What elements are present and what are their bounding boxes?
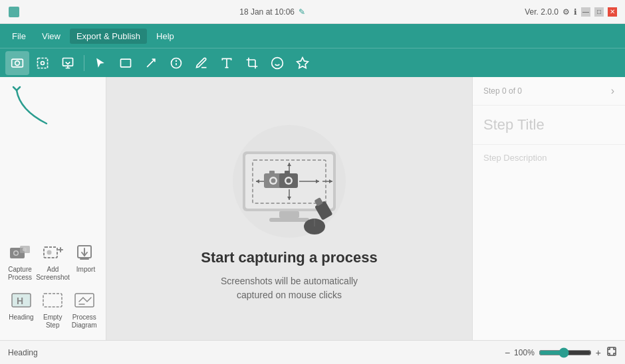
empty-step-icon [42,292,63,311]
heading-label: Heading [9,314,33,321]
svg-point-4 [41,61,45,64]
title-bar-left [8,6,20,18]
title-bar-center: 18 Jan at 10:06 ✎ [239,7,305,17]
text-tool-button[interactable] [215,51,239,75]
zoom-level: 100% [514,348,535,357]
cursor-tool-button[interactable] [88,51,112,75]
zoom-slider[interactable] [539,347,592,358]
import-label: Import [76,266,95,274]
step-next-button[interactable]: › [611,85,614,97]
svg-rect-0 [9,7,19,17]
screenshot-capture-button[interactable] [5,51,29,75]
right-panel: Step 0 of 0 › Step Title Step Descriptio… [472,77,625,340]
step-title-area: Step Title [473,106,625,145]
star-tool-button[interactable] [291,51,314,75]
zoom-minus-button[interactable]: − [505,347,510,358]
empty-state-subtitle: Screenshots will be automaticallycapture… [221,274,358,302]
zoom-plus-button[interactable]: + [596,347,601,358]
svg-point-15 [15,252,18,255]
svg-point-19 [47,250,51,255]
step-header: Step 0 of 0 › [473,77,625,106]
minimize-button[interactable]: — [581,7,590,17]
main-layout: CaptureProcess AddScreenshot [0,77,625,340]
left-panel: CaptureProcess AddScreenshot [0,77,106,340]
svg-point-48 [271,179,276,183]
svg-point-17 [23,248,27,252]
step-description: Step Description [483,153,614,163]
line-tool-button[interactable] [139,51,163,75]
svg-text:H: H [17,296,23,306]
add-screenshot-action[interactable]: AddScreenshot [35,242,71,284]
add-screenshot-label: AddScreenshot [36,266,70,282]
settings-icon[interactable]: ⚙ [562,7,570,17]
title-datetime: 18 Jan at 10:06 [239,7,295,17]
capture-process-label: CaptureProcess [8,266,32,282]
svg-rect-34 [269,218,309,222]
close-button[interactable]: ✕ [608,7,617,17]
empty-state: Start capturing a process Screenshots wi… [201,115,377,302]
version-label: Ver. 2.0.0 [525,7,559,17]
info-tool-button[interactable] [164,51,188,75]
action-row-1: CaptureProcess AddScreenshot [0,239,106,287]
edit-icon[interactable]: ✎ [299,7,305,17]
svg-rect-28 [43,294,62,307]
svg-rect-33 [279,211,299,218]
heading-icon: H [11,292,32,311]
region-capture-button[interactable] [31,51,55,75]
step-title: Step Title [483,116,614,134]
empty-state-illustration [216,115,362,241]
empty-step-action[interactable]: EmptyStep [38,290,67,332]
capture-process-action[interactable]: CaptureProcess [5,242,35,284]
status-label: Heading [8,348,38,357]
menu-file[interactable]: File [5,29,33,44]
empty-state-title: Start capturing a process [201,249,377,266]
svg-rect-3 [38,58,48,68]
empty-step-label: EmptyStep [43,314,62,329]
menu-help[interactable]: Help [150,29,181,44]
process-diagram-action[interactable]: ProcessDiagram [69,290,100,332]
svg-rect-58 [608,347,616,355]
crop-tool-button[interactable] [240,51,264,75]
camera-process-icon [9,244,31,263]
svg-marker-12 [297,57,309,68]
add-screenshot-icon [43,244,64,263]
zoom-control: − 100% + [505,347,601,358]
svg-point-2 [15,60,20,65]
process-diagram-icon [74,292,95,311]
menu-view[interactable]: View [35,29,67,44]
import-action[interactable]: Import [71,242,100,284]
menu-bar: File View Export & Publish Help [0,24,625,48]
heading-action[interactable]: H Heading [6,290,36,332]
svg-rect-29 [75,294,94,307]
title-bar-right: Ver. 2.0.0 ⚙ ℹ — □ ✕ [525,7,617,17]
svg-rect-49 [269,171,275,175]
app-icon [8,6,20,18]
info-icon[interactable]: ℹ [574,7,577,17]
svg-point-52 [287,179,291,183]
center-canvas: Start capturing a process Screenshots wi… [106,77,472,340]
blur-tool-button[interactable] [265,51,289,75]
left-panel-actions: CaptureProcess AddScreenshot [0,239,106,335]
svg-rect-53 [285,171,290,175]
process-diagram-label: ProcessDiagram [72,314,97,329]
pen-tool-button[interactable] [189,51,213,75]
status-bar: Heading − 100% + [0,340,625,364]
toolbar-divider-1 [84,55,84,71]
action-row-2: H Heading EmptyStep [0,287,106,335]
maximize-button[interactable]: □ [594,7,604,17]
arrow-annotation [7,84,60,137]
step-counter: Step 0 of 0 [483,86,522,96]
import-icon [75,244,96,263]
fullscreen-button[interactable] [606,346,617,359]
title-bar: 18 Jan at 10:06 ✎ Ver. 2.0.0 ⚙ ℹ — □ ✕ [0,0,625,24]
svg-rect-6 [121,59,131,67]
menu-export-publish[interactable]: Export & Publish [70,29,147,44]
step-description-area: Step Description [473,145,625,171]
toolbar [0,48,625,77]
import-button[interactable] [56,51,80,75]
rectangle-tool-button[interactable] [114,51,138,75]
